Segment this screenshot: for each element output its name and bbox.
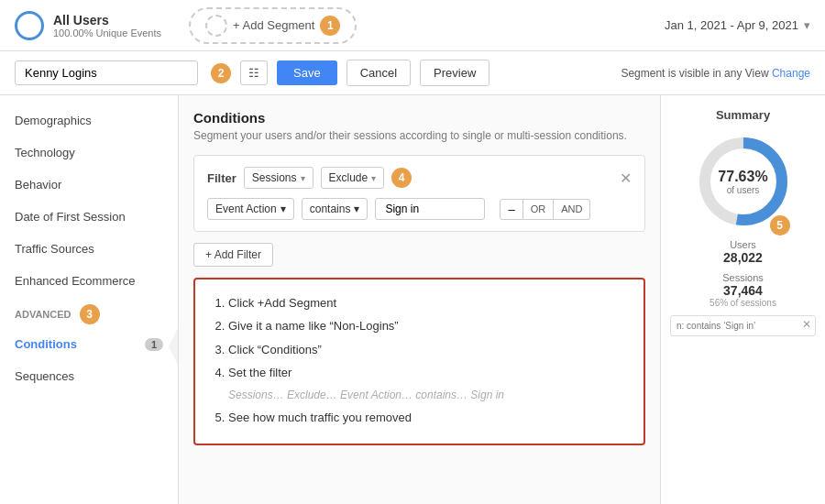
segment-name-input[interactable] <box>15 60 198 85</box>
top-bar: All Users 100.00% Unique Events + Add Se… <box>0 0 825 51</box>
annotation-item-2: Give it a name like “Non-Logins” <box>228 315 627 336</box>
segment-info: All Users 100.00% Unique Events <box>53 13 161 38</box>
filter-note-text: n: contains ‘Sign in’ <box>676 321 755 331</box>
filter-container: Filter Sessions ▾ Exclude ▾ 4 ✕ Event Ac… <box>193 155 645 232</box>
badge-2: 2 <box>211 63 231 83</box>
donut-center-text: 77.63% of users <box>718 169 767 195</box>
segment-visibility: Segment is visible in any View Change <box>621 67 810 80</box>
save-button[interactable]: Save <box>277 60 337 85</box>
sessions-pct: 56% of sessions <box>670 298 816 308</box>
advanced-section-label: Advanced 3 <box>0 297 178 328</box>
sidebar-item-sequences[interactable]: Sequences <box>0 360 178 392</box>
exclude-select[interactable]: Exclude ▾ <box>321 167 385 189</box>
sessions-stat-label: Sessions <box>670 272 816 283</box>
segment-options-button[interactable]: ☷ <box>240 60 268 85</box>
filter-note: ✕ n: contains ‘Sign in’ <box>670 315 816 336</box>
sidebar-item-date-first-session[interactable]: Date of First Session <box>0 201 178 233</box>
annotation-list: Click +Add Segment Give it a name like “… <box>212 292 627 429</box>
event-action-label: Event Action <box>215 203 277 215</box>
preview-button[interactable]: Preview <box>420 60 490 86</box>
filter-note-close-icon[interactable]: ✕ <box>802 318 811 331</box>
donut-label: of users <box>718 185 767 195</box>
sessions-value: 37,464 <box>670 283 816 298</box>
add-segment-circle <box>205 15 227 37</box>
exclude-label: Exclude <box>329 171 368 184</box>
badge-5: 5 <box>770 215 790 236</box>
right-panel: Summary 77.63% of users 5 Users 28,022 S… <box>660 95 825 504</box>
chevron-down-icon: ▾ <box>804 18 810 32</box>
conditions-subtitle: Segment your users and/or their sessions… <box>193 129 645 142</box>
annotation-box: Click +Add Segment Give it a name like “… <box>193 278 645 445</box>
summary-title: Summary <box>670 108 816 122</box>
change-link[interactable]: Change <box>772 67 810 80</box>
sidebar-item-enhanced-ecommerce[interactable]: Enhanced Ecommerce <box>0 265 178 297</box>
contains-select[interactable]: contains ▾ <box>302 198 368 220</box>
badge-1: 1 <box>320 16 340 36</box>
content-area: Conditions Segment your users and/or the… <box>179 95 660 504</box>
second-bar: 2 ☷ Save Cancel Preview Segment is visib… <box>0 51 825 95</box>
users-label: Users <box>670 239 816 250</box>
annotation-item-5: See how much traffic you removed <box>228 407 627 428</box>
sidebar-item-traffic-sources[interactable]: Traffic Sources <box>0 233 178 265</box>
sessions-select[interactable]: Sessions ▾ <box>244 167 314 189</box>
add-segment-button[interactable]: + Add Segment 1 <box>189 7 357 44</box>
filter-close-icon[interactable]: ✕ <box>620 170 632 187</box>
badge-4: 4 <box>391 168 412 188</box>
filter-condition-row: Event Action ▾ contains ▾ – OR AND <box>207 198 632 220</box>
annotation-item-3: Click “Conditions” <box>228 339 627 360</box>
segment-chip: All Users 100.00% Unique Events <box>15 11 161 40</box>
sessions-arrow-icon: ▾ <box>301 173 305 183</box>
sidebar: Demographics Technology Behavior Date of… <box>0 95 179 504</box>
filter-label: Filter <box>207 171 236 185</box>
conditions-badge: 1 <box>145 338 163 351</box>
main-layout: Demographics Technology Behavior Date of… <box>0 95 825 504</box>
exclude-arrow-icon: ▾ <box>371 173 376 183</box>
annotation-item-1: Click +Add Segment <box>228 292 627 313</box>
donut-chart: 77.63% of users 5 <box>693 131 794 232</box>
badge-3: 3 <box>80 304 100 324</box>
sidebar-item-conditions[interactable]: Conditions 1 <box>0 328 178 360</box>
sessions-label: Sessions <box>252 171 297 184</box>
sessions-stat: Sessions 37,464 56% of sessions <box>670 272 816 308</box>
sidebar-item-demographics[interactable]: Demographics <box>0 104 178 137</box>
filter-top-row: Filter Sessions ▾ Exclude ▾ 4 ✕ <box>207 167 632 189</box>
visibility-text: Segment is visible in any View <box>621 67 768 80</box>
minus-button[interactable]: – <box>500 199 522 220</box>
date-range[interactable]: Jan 1, 2021 - Apr 9, 2021 ▾ <box>665 18 810 32</box>
sidebar-item-behavior[interactable]: Behavior <box>0 169 178 201</box>
add-filter-button[interactable]: + Add Filter <box>193 243 273 267</box>
date-range-text: Jan 1, 2021 - Apr 9, 2021 <box>665 18 798 32</box>
annotation-hint: Sessions… Exclude… Event Action… contain… <box>228 389 504 401</box>
contains-label: contains <box>310 203 351 215</box>
cancel-button[interactable]: Cancel <box>346 60 411 86</box>
users-value: 28,022 <box>670 250 816 265</box>
users-stat: Users 28,022 <box>670 239 816 265</box>
add-segment-label: + Add Segment <box>233 18 314 32</box>
or-button[interactable]: OR <box>523 199 555 220</box>
sidebar-item-technology[interactable]: Technology <box>0 137 178 169</box>
event-action-select[interactable]: Event Action ▾ <box>207 198 294 220</box>
donut-pct: 77.63% <box>718 169 767 185</box>
and-button[interactable]: AND <box>554 199 590 220</box>
sign-in-input[interactable] <box>375 198 485 220</box>
annotation-item-4: Set the filter Sessions… Exclude… Event … <box>228 362 627 405</box>
conditions-title: Conditions <box>193 110 645 126</box>
segment-title: All Users <box>53 13 161 27</box>
segment-icon <box>15 11 44 40</box>
event-action-arrow-icon: ▾ <box>280 203 286 215</box>
contains-arrow-icon: ▾ <box>354 203 359 215</box>
conditions-label: Conditions <box>15 337 77 351</box>
segment-sub: 100.00% Unique Events <box>53 27 161 38</box>
or-and-buttons: – OR AND <box>500 199 590 220</box>
